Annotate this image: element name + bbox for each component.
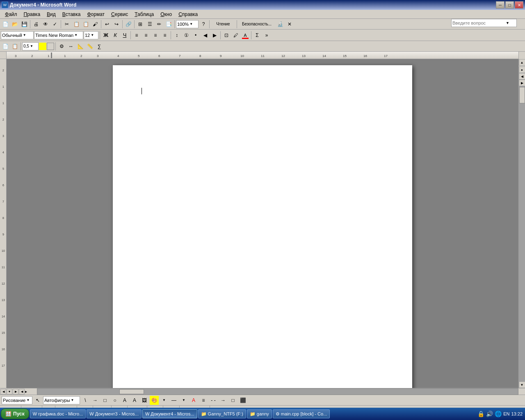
scroll-track[interactable] — [519, 86, 525, 381]
tb3-btn5[interactable]: 📐 — [76, 42, 85, 51]
menu-table[interactable]: Таблица — [131, 11, 157, 18]
align-right-button[interactable]: ≡ — [151, 31, 160, 40]
italic-button[interactable]: К — [111, 31, 120, 40]
menu-help[interactable]: Справка — [175, 11, 201, 18]
docmap-button[interactable]: 📑 — [164, 20, 173, 29]
highlight-button[interactable]: 🖊 — [231, 31, 240, 40]
drawing-button[interactable]: ✏ — [155, 20, 164, 29]
line-tool[interactable]: \ — [81, 396, 90, 405]
textbox-tool[interactable]: A — [120, 396, 129, 405]
new-button[interactable]: 📄 — [1, 20, 10, 29]
close-doc-button[interactable]: ✕ — [285, 20, 294, 29]
tb3-btn1[interactable]: 📄 — [1, 42, 10, 51]
table-button[interactable]: ⊞ — [136, 20, 145, 29]
prev-page-button[interactable]: ◀ — [519, 73, 525, 80]
font-color-button[interactable]: A — [241, 31, 250, 40]
hyperlink-button[interactable]: 🔗 — [124, 20, 133, 29]
3d-btn[interactable]: ⬛ — [238, 396, 247, 405]
next-page-button[interactable]: ▶ — [519, 80, 525, 86]
increase-indent-button[interactable]: ▶ — [210, 31, 219, 40]
tb3-btn2[interactable]: 📋 — [10, 42, 19, 51]
taskbar-item-2[interactable]: W Документ3 - Micros... — [87, 409, 142, 418]
maximize-button[interactable]: □ — [505, 1, 514, 9]
style-dropdown[interactable]: Обычный ▼ — [1, 31, 34, 39]
size-dropdown[interactable]: 12 ▼ — [84, 31, 98, 39]
scroll-thumb[interactable] — [519, 87, 525, 103]
more-buttons[interactable]: » — [262, 31, 271, 40]
taskbar-item-3[interactable]: W Документ4 - Micros... — [142, 409, 197, 418]
menu-insert[interactable]: Вставка — [59, 11, 84, 18]
draw-fill-arrow[interactable]: ▼ — [160, 396, 169, 405]
clipart-tool[interactable]: 🖼 — [140, 396, 149, 405]
draw-fill-btn[interactable]: 🎨 — [150, 396, 159, 405]
bullets-button[interactable]: • — [191, 31, 200, 40]
autofig-dropdown[interactable]: Автофигуры ▼ — [43, 396, 80, 404]
ellipse-tool[interactable]: ○ — [110, 396, 119, 405]
start-button[interactable]: 🪟 Пуск — [1, 409, 29, 419]
select-browse-button[interactable]: ● — [519, 66, 525, 73]
print-button[interactable]: 🖨 — [32, 20, 41, 29]
line-spacing-button[interactable]: ↕ — [172, 31, 181, 40]
print-preview-button[interactable]: 👁 — [41, 20, 50, 29]
formula-button[interactable]: Σ — [253, 31, 262, 40]
reading-mode-button[interactable]: Чтение — [211, 20, 235, 29]
menu-tools[interactable]: Сервис — [108, 11, 131, 18]
scroll-left-btn4[interactable]: ◀ — [19, 389, 25, 395]
format-painter-button[interactable]: 🖌 — [91, 20, 100, 29]
menu-view[interactable]: Вид — [43, 11, 59, 18]
tb3-btn7[interactable]: ∑ — [95, 42, 104, 51]
align-left-button[interactable]: ≡ — [132, 31, 141, 40]
font-color-draw-btn[interactable]: A — [189, 396, 198, 405]
paste-button[interactable]: 📋 — [81, 20, 90, 29]
select-button[interactable]: ↖ — [33, 396, 42, 405]
tb3-btn3[interactable]: ⚙ — [57, 42, 66, 51]
arrow-style-btn[interactable]: → — [219, 396, 228, 405]
wordart-tool[interactable]: A — [130, 396, 139, 405]
scroll-left-btn2[interactable]: ▼ — [7, 389, 12, 395]
spell-button[interactable]: ✓ — [50, 20, 59, 29]
align-center-button[interactable]: ≡ — [142, 31, 151, 40]
taskbar-item-1[interactable]: W графика.doc - Micro... — [30, 409, 86, 418]
document-page[interactable] — [113, 65, 412, 388]
menu-edit[interactable]: Правка — [21, 11, 44, 18]
drawing-dropdown[interactable]: Рисование ▼ — [2, 396, 32, 404]
shadow-btn[interactable]: □ — [228, 396, 237, 405]
justify-button[interactable]: ≡ — [160, 31, 169, 40]
open-button[interactable]: 📂 — [10, 20, 19, 29]
help-search-box[interactable]: ▼ — [451, 19, 517, 27]
rect-tool[interactable]: □ — [100, 396, 110, 405]
scroll-left-btn3[interactable]: ▶ — [13, 389, 18, 395]
font-dropdown[interactable]: Times New Roman ▼ — [34, 31, 83, 39]
copy-button[interactable]: 📋 — [72, 20, 81, 29]
taskbar-item-5[interactable]: 📁 ganny — [247, 409, 272, 418]
menu-window[interactable]: Окно — [157, 11, 175, 18]
close-button[interactable]: ✕ — [515, 1, 523, 9]
undo-button[interactable]: ↩ — [103, 20, 112, 29]
minimize-button[interactable]: ─ — [496, 1, 504, 9]
dash-style-btn[interactable]: - - — [209, 396, 218, 405]
arrow-tool[interactable]: → — [91, 396, 100, 405]
line-style-btn[interactable]: ≡ — [199, 396, 208, 405]
draw-line-btn[interactable]: — — [169, 396, 178, 405]
research-button[interactable]: 🔬 — [276, 20, 285, 29]
help-search-input[interactable] — [452, 21, 505, 25]
line-width-dropdown[interactable]: 0,5 ▼ — [22, 42, 39, 50]
redo-button[interactable]: ↪ — [112, 20, 121, 29]
zoom-dropdown[interactable]: 100% ▼ — [176, 20, 199, 28]
underline-button[interactable]: Ч — [120, 31, 129, 40]
draw-line-arrow[interactable]: ▼ — [179, 396, 188, 405]
help-button[interactable]: ? — [199, 20, 208, 29]
tb3-btn4[interactable]: ↔ — [66, 42, 75, 51]
help-search-btn[interactable]: ▼ — [505, 21, 510, 25]
scroll-up-button[interactable]: ▲ — [519, 59, 525, 66]
tb3-color1[interactable] — [39, 43, 46, 50]
tb3-color2[interactable] — [47, 43, 54, 50]
tb3-btn6[interactable]: 📏 — [85, 42, 94, 51]
document-area[interactable] — [7, 59, 518, 388]
vertical-scrollbar[interactable]: ▲ ● ◀ ▶ ▼ — [518, 59, 525, 388]
taskbar-item-6[interactable]: ⚙ main.cpp [block] - Co... — [273, 409, 330, 418]
taskbar-item-4[interactable]: 📁 Ganny_NTF5 (F:) — [198, 409, 246, 418]
security-button[interactable]: Безопасность... — [238, 20, 275, 29]
cut-button[interactable]: ✂ — [62, 20, 71, 29]
columns-button[interactable]: ☰ — [145, 20, 154, 29]
